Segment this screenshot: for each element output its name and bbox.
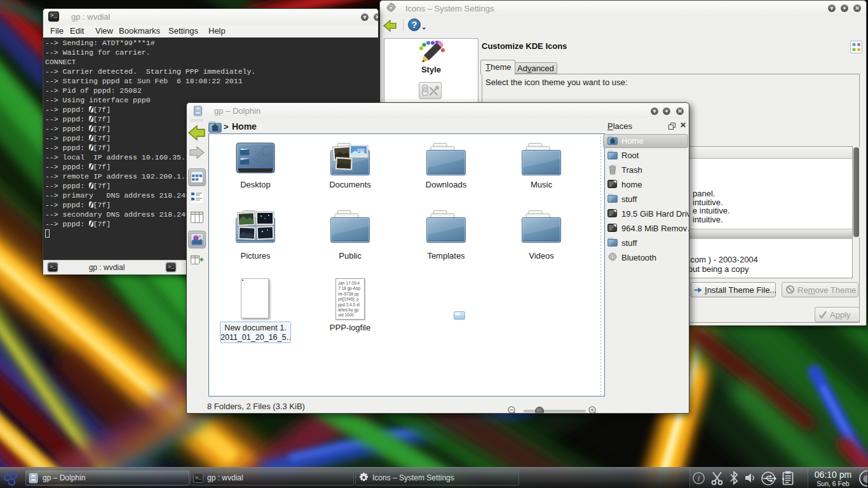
svg-text:888: 888 [357,148,365,152]
svg-text:i: i [698,474,700,483]
